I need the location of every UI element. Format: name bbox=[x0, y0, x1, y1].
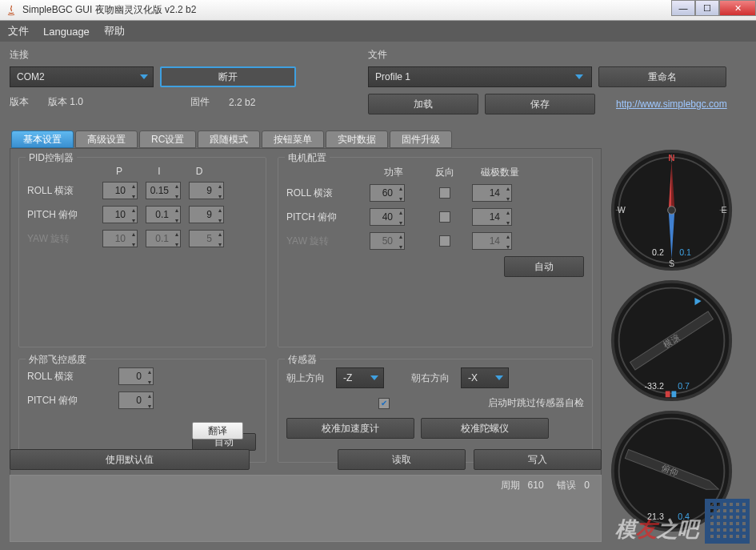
maximize-button[interactable]: ☐ bbox=[695, 0, 719, 16]
java-icon bbox=[5, 4, 18, 17]
close-button[interactable]: ✕ bbox=[719, 0, 756, 16]
ext-title: 外部飞控感度 bbox=[26, 353, 90, 367]
sensor-title: 传感器 bbox=[285, 353, 320, 367]
connection-label: 连接 bbox=[10, 48, 354, 62]
pid-roll-d[interactable]: 9 bbox=[189, 182, 224, 199]
tab-firmware[interactable]: 固件升级 bbox=[390, 130, 452, 148]
pid-header-i: I bbox=[139, 166, 179, 177]
cycle-label: 周期 bbox=[501, 480, 520, 491]
ext-roll-label: ROLL 横滚 bbox=[27, 370, 115, 383]
motor-roll-power[interactable]: 60 bbox=[370, 184, 405, 202]
calib-acc-button[interactable]: 校准加速度计 bbox=[286, 418, 414, 439]
svg-text:S: S bbox=[669, 259, 674, 268]
menu-help[interactable]: 帮助 bbox=[104, 24, 125, 38]
error-label: 错误 bbox=[557, 480, 576, 491]
pid-roll-i[interactable]: 0.15 bbox=[146, 182, 181, 199]
pid-pitch-i[interactable]: 0.1 bbox=[146, 206, 181, 223]
window-title: SimpleBGC GUI 夜吻幽灵汉化版 v2.2 b2 bbox=[22, 3, 196, 17]
pid-yaw-label: YAW 旋转 bbox=[27, 232, 99, 246]
tab-advanced[interactable]: 高级设置 bbox=[75, 130, 138, 148]
pid-group: PID控制器 P I D ROLL 横滚 10 0.15 9 PITCH 俯仰 … bbox=[18, 157, 266, 347]
svg-rect-24 bbox=[672, 391, 677, 397]
tab-realtime[interactable]: 实时数据 bbox=[326, 130, 388, 148]
ext-pitch-label: PITCH 俯仰 bbox=[27, 394, 115, 407]
pid-roll-label: ROLL 横滚 bbox=[27, 184, 99, 198]
skip-sensor-check[interactable]: ✔ bbox=[378, 398, 390, 409]
port-select[interactable]: COM2 bbox=[10, 66, 154, 87]
pid-yaw-i: 0.1 bbox=[146, 230, 181, 247]
motor-yaw-poles: 14 bbox=[472, 232, 512, 250]
translate-button[interactable]: 翻译 bbox=[192, 422, 243, 440]
website-link[interactable]: http://www.simplebgc.com bbox=[616, 98, 727, 110]
tab-rc[interactable]: RC设置 bbox=[139, 130, 196, 148]
calib-gyro-button[interactable]: 校准陀螺仪 bbox=[421, 418, 549, 439]
firmware-label: 固件 bbox=[190, 95, 210, 109]
motor-yaw-label: YAW 旋转 bbox=[286, 235, 366, 248]
load-button[interactable]: 加载 bbox=[368, 94, 478, 114]
svg-text:N: N bbox=[668, 152, 674, 163]
sensor-right-select[interactable]: -X bbox=[461, 367, 509, 388]
tab-menu-buttons[interactable]: 按钮菜单 bbox=[262, 130, 324, 148]
status-box: 周期 610 错误 0 bbox=[10, 475, 602, 542]
motor-roll-invert[interactable] bbox=[439, 187, 450, 199]
motor-pitch-poles[interactable]: 14 bbox=[472, 208, 512, 226]
motor-pitch-power[interactable]: 40 bbox=[370, 208, 405, 226]
motor-group: 电机配置 功率 反向 磁极数量 ROLL 横滚 60 14 PITCH 俯仰 4… bbox=[278, 157, 593, 347]
svg-text:E: E bbox=[722, 205, 727, 215]
rename-button[interactable]: 重命名 bbox=[598, 66, 726, 87]
pid-header-d: D bbox=[179, 166, 219, 177]
motor-yaw-power: 50 bbox=[370, 232, 405, 250]
ext-roll-value[interactable]: 0 bbox=[118, 367, 154, 385]
roll-gauge: 横滚 -33.2 0.7 bbox=[610, 279, 734, 403]
pid-roll-p[interactable]: 10 bbox=[102, 182, 138, 199]
menu-file[interactable]: 文件 bbox=[8, 24, 29, 38]
sensor-top-label: 朝上方向 bbox=[286, 371, 325, 385]
minimize-button[interactable]: — bbox=[671, 0, 695, 16]
profile-select[interactable]: Profile 1 bbox=[368, 66, 592, 87]
tab-basic[interactable]: 基本设置 bbox=[11, 130, 74, 148]
menu-language[interactable]: Language bbox=[43, 26, 90, 38]
motor-yaw-invert bbox=[439, 235, 450, 247]
pid-yaw-d: 5 bbox=[189, 230, 224, 247]
motor-roll-label: ROLL 横滚 bbox=[286, 187, 366, 200]
svg-text:0.7: 0.7 bbox=[678, 381, 690, 391]
svg-text:W: W bbox=[618, 205, 626, 215]
titlebar: SimpleBGC GUI 夜吻幽灵汉化版 v2.2 b2 — ☐ ✕ bbox=[0, 0, 756, 21]
motor-title: 电机配置 bbox=[285, 151, 330, 165]
pid-yaw-p: 10 bbox=[102, 230, 138, 247]
error-value: 0 bbox=[584, 480, 590, 491]
write-button[interactable]: 写入 bbox=[474, 449, 602, 470]
pid-pitch-d[interactable]: 9 bbox=[189, 206, 224, 223]
file-label: 文件 bbox=[368, 48, 746, 62]
skip-sensor-label: 启动时跳过传感器自检 bbox=[488, 396, 584, 410]
version-label: 版本 bbox=[10, 95, 29, 109]
pid-title: PID控制器 bbox=[26, 151, 77, 165]
svg-text:21.3: 21.3 bbox=[647, 512, 664, 521]
svg-rect-23 bbox=[666, 391, 670, 397]
defaults-button[interactable]: 使用默认值 bbox=[10, 449, 250, 470]
pid-pitch-label: PITCH 俯仰 bbox=[27, 208, 99, 222]
firmware-value: 2.2 b2 bbox=[229, 97, 255, 108]
menubar: 文件 Language 帮助 bbox=[0, 21, 756, 42]
motor-pitch-invert[interactable] bbox=[439, 211, 450, 223]
svg-text:-33.2: -33.2 bbox=[645, 381, 664, 391]
disconnect-button[interactable]: 断开 bbox=[160, 66, 296, 87]
save-button[interactable]: 保存 bbox=[485, 94, 595, 114]
ext-fc-group: 外部飞控感度 ROLL 横滚 0 PITCH 俯仰 0 翻译 目动 bbox=[18, 359, 266, 463]
motor-header-poles: 磁极数量 bbox=[472, 166, 528, 179]
pid-header-p: P bbox=[99, 166, 139, 177]
svg-text:0.2: 0.2 bbox=[652, 247, 664, 257]
version-value: 版本 1.0 bbox=[48, 95, 83, 109]
pid-pitch-p[interactable]: 10 bbox=[102, 206, 138, 223]
ext-pitch-value[interactable]: 0 bbox=[118, 391, 154, 409]
sensor-group: 传感器 朝上方向 -Z 朝右方向 -X ✔ 启动时跳过传感器自检 校准加速度计 … bbox=[278, 359, 593, 463]
svg-text:0.4: 0.4 bbox=[678, 512, 690, 521]
sensor-right-label: 朝右方向 bbox=[411, 371, 450, 385]
motor-header-power: 功率 bbox=[370, 166, 418, 179]
tab-follow[interactable]: 跟随模式 bbox=[198, 130, 260, 148]
read-button[interactable]: 读取 bbox=[338, 449, 466, 470]
motor-roll-poles[interactable]: 14 bbox=[472, 184, 512, 202]
sensor-top-select[interactable]: -Z bbox=[336, 367, 384, 388]
motor-auto-button[interactable]: 自动 bbox=[504, 256, 584, 277]
qr-code bbox=[705, 499, 750, 544]
